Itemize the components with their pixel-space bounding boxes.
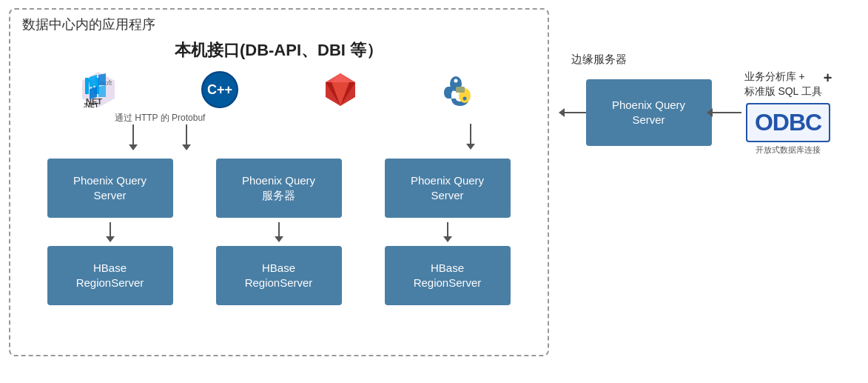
svg-marker-7 <box>98 73 106 85</box>
ruby-icon <box>321 70 360 109</box>
datacenter-box: 数据中心内的应用程序 本机接口(DB-API、DBI 等） Microsoft <box>9 8 549 356</box>
odbc-sub-label: 开放式数据库连接 <box>756 144 821 156</box>
edge-server-label: 边缘服务器 <box>571 53 627 67</box>
python-icon <box>441 70 480 109</box>
odbc-arrow-head <box>707 108 713 117</box>
cpp-icon: C++ <box>201 70 239 109</box>
connector-3 <box>447 222 448 237</box>
spacer <box>332 112 371 145</box>
arrow-labels-row: 通过 HTTP 的 Protobuf <box>22 112 536 145</box>
hbase-3: HBase RegionServer <box>385 246 511 305</box>
main-container: 数据中心内的应用程序 本机接口(DB-API、DBI 等） Microsoft <box>9 8 860 375</box>
biz-label-row: 业务分析库 + 标准版 SQL 工具 + <box>744 70 832 99</box>
ruby-icon-group <box>321 70 360 109</box>
query-server-2: Phoenix Query 服务器 <box>216 159 342 218</box>
edge-server-section: 边缘服务器 Phoenix Query Server 业务分析库 + 标准版 S… <box>564 53 832 156</box>
left-arrow <box>564 112 586 113</box>
hbase-1: HBase RegionServer <box>47 246 173 305</box>
svg-marker-15 <box>326 73 355 82</box>
svg-text:C++: C++ <box>207 82 232 97</box>
svg-marker-6 <box>90 87 97 99</box>
column-2: Phoenix Query 服务器 HBase RegionServer <box>216 159 342 305</box>
connector-1 <box>110 222 111 237</box>
column-3: Phoenix Query Server HBase RegionServer <box>385 159 511 305</box>
dotnet-icon-group: Microsoft .NET <box>78 70 119 109</box>
odbc-section: 业务分析库 + 标准版 SQL 工具 + ODBC 开放式数据库连接 <box>744 70 832 156</box>
arrow-down-1 <box>132 124 134 145</box>
svg-point-20 <box>454 79 458 83</box>
datacenter-label: 数据中心内的应用程序 <box>22 16 155 33</box>
python-arrow-group <box>470 112 471 145</box>
right-side: 边缘服务器 Phoenix Query Server 业务分析库 + 标准版 S… <box>564 53 832 156</box>
odbc-logo-text: ODBC <box>755 109 821 136</box>
column-1: Phoenix Query Server HBase RegionServer <box>47 159 173 305</box>
svg-rect-23 <box>456 87 465 93</box>
arrow-and-box-row: Phoenix Query Server 业务分析库 + 标准版 SQL 工具 … <box>564 70 832 156</box>
arrow-down-3 <box>470 124 471 144</box>
odbc-arrow <box>712 112 741 113</box>
svg-text:.NET: .NET <box>83 101 98 109</box>
arrow-down-2 <box>186 124 187 145</box>
native-interface-title: 本机接口(DB-API、DBI 等） <box>22 39 536 61</box>
query-server-1: Phoenix Query Server <box>47 159 173 218</box>
dotnet-icon: Microsoft .NET <box>78 70 119 109</box>
cpp-icon-group: C++ <box>201 70 239 109</box>
svg-point-21 <box>463 97 467 101</box>
plus-icon: + <box>824 70 832 87</box>
protobuf-label: 通过 HTTP 的 Protobuf <box>115 112 205 124</box>
svg-marker-8 <box>98 85 106 97</box>
odbc-logo-box: ODBC <box>746 103 830 142</box>
columns-row: Phoenix Query Server HBase RegionServer … <box>22 159 536 305</box>
hbase-2: HBase RegionServer <box>216 246 342 305</box>
connector-2 <box>278 222 280 237</box>
biz-label: 业务分析库 + 标准版 SQL 工具 <box>744 70 822 99</box>
arrow-left-head <box>559 108 565 117</box>
right-query-server: Phoenix Query Server <box>586 79 712 146</box>
svg-marker-5 <box>90 75 97 87</box>
query-server-3: Phoenix Query Server <box>385 159 511 218</box>
python-icon-group <box>441 70 480 109</box>
icons-row: Microsoft .NET <box>22 70 536 109</box>
left-arrow-group: 通过 HTTP 的 Protobuf <box>86 112 234 145</box>
